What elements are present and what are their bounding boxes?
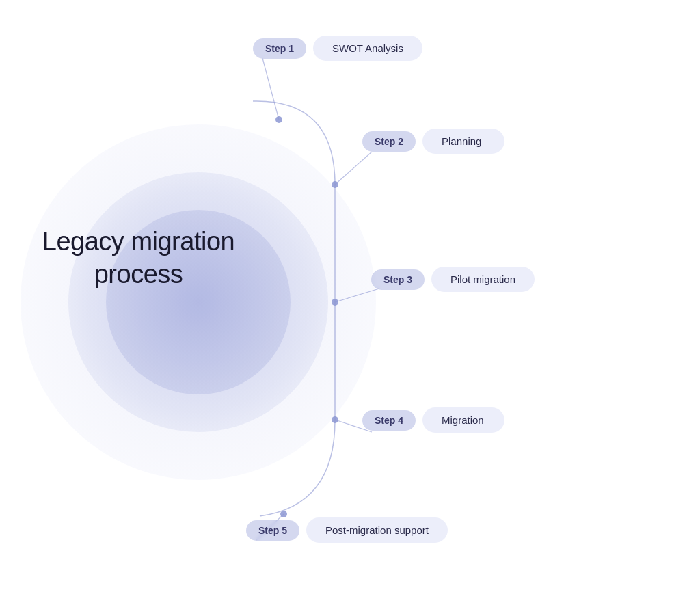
step-4-pill: Step 4 — [362, 410, 416, 431]
step-2-pill: Step 2 — [362, 131, 416, 152]
step-5-pill: Step 5 — [246, 520, 299, 541]
svg-point-5 — [275, 116, 282, 123]
step-5-label: Post-migration support — [306, 517, 448, 543]
svg-point-6 — [332, 181, 338, 188]
step-2-node: Step 2 Planning — [362, 129, 504, 154]
step-5-node: Step 5 Post-migration support — [246, 517, 448, 543]
step-1-pill: Step 1 — [253, 38, 306, 59]
step-4-node: Step 4 Migration — [362, 407, 504, 433]
connector-lines — [0, 0, 700, 605]
step-4-label: Migration — [422, 407, 504, 433]
step-2-label: Planning — [422, 129, 504, 154]
step-1-node: Step 1 SWOT Analysis — [253, 36, 422, 61]
svg-point-8 — [332, 416, 338, 423]
svg-point-9 — [280, 511, 287, 517]
svg-point-7 — [332, 299, 338, 306]
svg-line-0 — [262, 58, 279, 120]
step-1-label: SWOT Analysis — [313, 36, 422, 61]
step-3-node: Step 3 Pilot migration — [371, 267, 535, 292]
center-title: Legacy migration process — [38, 226, 239, 291]
svg-line-1 — [335, 152, 372, 185]
step-3-label: Pilot migration — [431, 267, 535, 292]
diagram-container: Legacy migration process Step 1 SWOT Ana… — [0, 0, 700, 605]
step-3-pill: Step 3 — [371, 269, 425, 290]
